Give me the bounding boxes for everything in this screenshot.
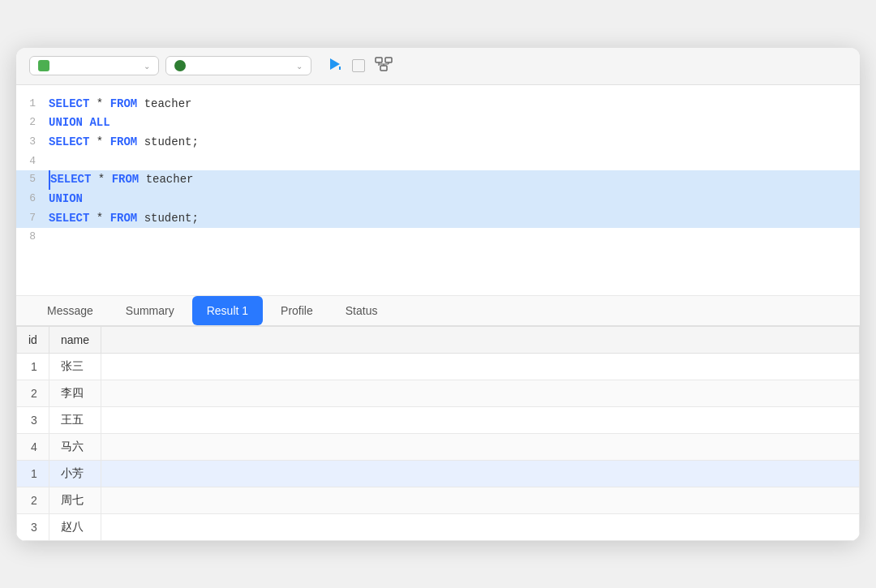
main-window: ⌄ ⌄ bbox=[16, 48, 860, 541]
plain-token: teacher bbox=[137, 97, 191, 110]
keyword-token: UNION bbox=[49, 192, 83, 205]
keyword-token: SELECT bbox=[49, 135, 89, 148]
code-line-8: 8 bbox=[16, 228, 860, 246]
line-content: SELECT * FROM student; bbox=[49, 209, 860, 229]
code-line-3: 3SELECT * FROM student; bbox=[16, 133, 860, 152]
cell-id: 3 bbox=[17, 406, 49, 433]
line-number: 6 bbox=[16, 190, 49, 208]
column-header-id: id bbox=[17, 326, 49, 353]
cell-extra bbox=[101, 487, 859, 513]
code-line-6: 6UNION bbox=[16, 190, 860, 209]
keyword-token: FROM bbox=[110, 135, 138, 148]
table-row[interactable]: 2李四 bbox=[17, 380, 860, 406]
table-row[interactable]: 3王五 bbox=[17, 406, 860, 433]
code-line-4: 4 bbox=[16, 152, 860, 170]
cell-id: 1 bbox=[17, 460, 49, 487]
cell-name: 张三 bbox=[49, 353, 101, 380]
code-line-1: 1SELECT * FROM teacher bbox=[16, 95, 860, 114]
plain-token: * bbox=[89, 97, 110, 110]
table-row[interactable]: 2周七 bbox=[17, 487, 860, 513]
run-button[interactable] bbox=[326, 56, 342, 76]
db-selector[interactable]: ⌄ bbox=[165, 56, 311, 75]
keyword-token: SELECT bbox=[49, 212, 89, 225]
table-row[interactable]: 3赵八 bbox=[17, 513, 860, 540]
line-number: 5 bbox=[16, 170, 49, 188]
cell-extra bbox=[101, 380, 859, 406]
column-header-extra bbox=[101, 326, 859, 353]
toolbar: ⌄ ⌄ bbox=[16, 48, 860, 85]
code-editor[interactable]: 1SELECT * FROM teacher2UNION ALL3SELECT … bbox=[16, 85, 860, 296]
line-number: 3 bbox=[16, 133, 49, 151]
plain-token: teacher bbox=[139, 173, 193, 186]
tabs-bar: MessageSummaryResult 1ProfileStatus bbox=[16, 296, 860, 326]
plain-token: student; bbox=[137, 135, 199, 148]
schema-button[interactable] bbox=[375, 57, 393, 75]
line-number: 2 bbox=[16, 114, 49, 131]
line-content: SELECT * FROM student; bbox=[49, 133, 860, 152]
result-table-wrapper: idname1张三2李四3王五4马六1小芳2周七3赵八 bbox=[16, 326, 860, 541]
cell-id: 2 bbox=[17, 487, 49, 513]
cell-name: 王五 bbox=[49, 406, 101, 433]
line-number: 1 bbox=[16, 95, 49, 113]
host-icon bbox=[38, 60, 49, 71]
toolbar-left: ⌄ ⌄ bbox=[29, 56, 311, 75]
plain-token: * bbox=[89, 212, 110, 225]
tab-message[interactable]: Message bbox=[32, 296, 108, 325]
host-selector[interactable]: ⌄ bbox=[29, 56, 159, 75]
line-content: SELECT * FROM teacher bbox=[49, 95, 860, 114]
tab-status[interactable]: Status bbox=[331, 296, 393, 325]
line-number: 7 bbox=[16, 209, 49, 227]
table-row[interactable]: 1小芳 bbox=[17, 460, 860, 487]
keyword-token: FROM bbox=[112, 173, 140, 186]
cell-extra bbox=[101, 460, 859, 487]
cell-name: 赵八 bbox=[49, 513, 101, 540]
plain-token: student; bbox=[137, 212, 199, 225]
code-line-5: 5SELECT * FROM teacher bbox=[16, 170, 860, 190]
host-chevron-icon: ⌄ bbox=[144, 62, 150, 71]
toolbar-actions bbox=[326, 56, 393, 76]
keyword-token: FROM bbox=[110, 212, 138, 225]
cell-id: 2 bbox=[17, 380, 49, 406]
keyword-token: SELECT bbox=[49, 97, 89, 110]
cell-id: 4 bbox=[17, 433, 49, 460]
table-row[interactable]: 4马六 bbox=[17, 433, 860, 460]
line-content: SELECT * FROM teacher bbox=[49, 170, 860, 190]
keyword-token: SELECT bbox=[50, 173, 91, 186]
code-line-7: 7SELECT * FROM student; bbox=[16, 209, 860, 229]
cell-name: 李四 bbox=[49, 380, 101, 406]
result-table: idname1张三2李四3王五4马六1小芳2周七3赵八 bbox=[16, 326, 860, 541]
cell-name: 周七 bbox=[49, 487, 101, 513]
keyword-token: UNION ALL bbox=[49, 116, 110, 129]
cell-id: 1 bbox=[17, 353, 49, 380]
cell-name: 小芳 bbox=[49, 460, 101, 487]
line-content: UNION bbox=[49, 190, 860, 209]
tab-profile[interactable]: Profile bbox=[266, 296, 328, 325]
tab-result1[interactable]: Result 1 bbox=[192, 296, 263, 325]
keyword-token: FROM bbox=[110, 97, 138, 110]
stop-button[interactable] bbox=[352, 59, 365, 72]
svg-rect-4 bbox=[380, 66, 387, 71]
svg-rect-3 bbox=[385, 58, 392, 62]
cell-extra bbox=[101, 433, 859, 460]
table-header-row: idname bbox=[17, 326, 860, 353]
cell-id: 3 bbox=[17, 513, 49, 540]
line-content: UNION ALL bbox=[49, 114, 860, 133]
tab-summary[interactable]: Summary bbox=[111, 296, 189, 325]
code-line-2: 2UNION ALL bbox=[16, 114, 860, 133]
cell-extra bbox=[101, 353, 859, 380]
table-row[interactable]: 1张三 bbox=[17, 353, 860, 380]
cell-name: 马六 bbox=[49, 433, 101, 460]
plain-token: * bbox=[91, 173, 111, 186]
db-icon bbox=[174, 60, 186, 71]
line-number: 4 bbox=[16, 152, 49, 170]
db-chevron-icon: ⌄ bbox=[296, 62, 303, 71]
column-header-name: name bbox=[49, 326, 101, 353]
cell-extra bbox=[101, 513, 859, 540]
svg-marker-0 bbox=[330, 58, 340, 70]
cell-extra bbox=[101, 406, 859, 433]
line-number: 8 bbox=[16, 228, 49, 246]
svg-rect-2 bbox=[376, 58, 382, 62]
plain-token: * bbox=[89, 135, 110, 148]
